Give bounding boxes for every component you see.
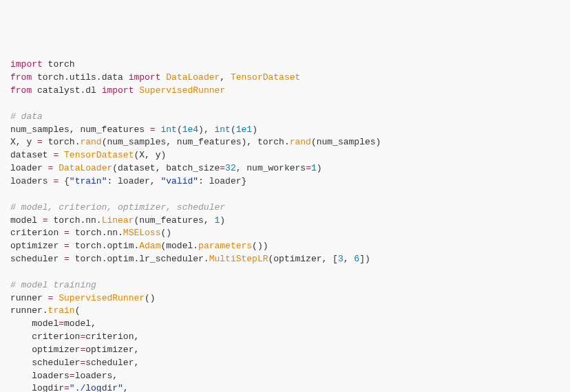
code-token: () — [145, 293, 156, 303]
code-token: = — [43, 215, 48, 226]
code-token: "./logdir" — [70, 383, 123, 392]
code-token: 1 — [311, 163, 317, 173]
code-token: train — [48, 305, 75, 316]
code-token: int — [215, 124, 231, 135]
code-token: # model, criterion, optimizer, scheduler — [10, 202, 225, 213]
code-token: # model training — [10, 280, 96, 290]
code-token: TensorDataset — [231, 72, 300, 83]
code-line: loader = DataLoader(dataset, batch_size=… — [10, 162, 560, 175]
code-line: runner = SupervisedRunner() — [10, 292, 560, 305]
code-token: SupervisedRunner — [139, 85, 225, 96]
code-line: # data — [10, 111, 560, 124]
code-line: runner.train( — [10, 305, 560, 318]
code-token: () — [160, 228, 171, 238]
code-token — [59, 150, 64, 160]
code-token: optimizer — [10, 241, 64, 251]
code-token: optimizer, — [85, 345, 139, 355]
code-token: from — [10, 72, 32, 83]
code-line: loaders = {"train": loader, "valid": loa… — [10, 175, 560, 188]
code-token: model — [10, 318, 59, 329]
code-token: 1e4 — [182, 124, 198, 135]
code-token: torch. — [43, 137, 81, 147]
code-token: criterion — [10, 331, 80, 342]
code-line: optimizer=optimizer, — [10, 344, 560, 357]
code-block: import torchfrom torch.utils.data import… — [10, 58, 560, 392]
code-token: torch.nn. — [48, 215, 102, 226]
code-token: (num_features, — [134, 215, 214, 226]
code-token: ( — [75, 305, 81, 316]
code-token: (dataset, batch_size — [112, 163, 220, 173]
code-token: TensorDataset — [64, 150, 134, 160]
code-line: from torch.utils.data import DataLoader,… — [10, 72, 560, 85]
code-token: (optimizer, [ — [268, 254, 338, 264]
code-token: from — [10, 85, 32, 96]
code-line: # model, criterion, optimizer, scheduler — [10, 202, 560, 215]
code-token: "train" — [70, 176, 107, 186]
code-token: scheduler — [10, 358, 80, 368]
code-token: (num_samples) — [311, 137, 381, 147]
code-token: 32 — [225, 163, 236, 173]
code-line: import torch — [10, 58, 560, 72]
code-token: (num_samples, num_features), torch. — [102, 137, 290, 147]
code-token: ), — [198, 124, 214, 135]
code-token: logdir — [10, 383, 64, 392]
code-token: = — [37, 137, 43, 147]
code-token: ( — [177, 124, 182, 135]
code-token: ()) — [252, 241, 268, 251]
code-token: criterion, — [85, 331, 139, 342]
code-line: logdir="./logdir", — [10, 382, 560, 392]
code-token: 1e1 — [236, 124, 252, 135]
code-line: model=model, — [10, 318, 560, 331]
code-token: loaders — [10, 371, 70, 381]
code-token: torch.nn. — [70, 228, 123, 238]
code-line — [10, 188, 560, 202]
code-token: scheduler — [10, 254, 64, 264]
code-token: = — [64, 241, 70, 251]
code-token: = — [306, 163, 311, 173]
code-token: , — [344, 254, 355, 264]
code-line: X, y = torch.rand(num_samples, num_featu… — [10, 136, 560, 149]
code-token: , — [220, 72, 231, 83]
code-token: torch.utils.data — [32, 72, 128, 83]
code-token: 3 — [338, 254, 344, 264]
code-line: criterion = torch.nn.MSELoss() — [10, 227, 560, 240]
code-token: parameters — [198, 241, 252, 251]
code-token: rand — [290, 137, 311, 147]
code-token: SupervisedRunner — [59, 293, 145, 303]
code-token: loader — [10, 163, 48, 173]
code-token: import — [10, 59, 43, 69]
code-token: MultiStepLR — [209, 254, 268, 264]
code-token: = — [70, 371, 75, 381]
code-token: , — [123, 383, 129, 392]
code-token: model — [10, 215, 43, 226]
code-token: = — [220, 163, 225, 173]
code-token: = — [64, 228, 70, 238]
code-token: { — [59, 176, 70, 186]
code-token: : loader, — [107, 176, 160, 186]
code-token: runner. — [10, 305, 48, 316]
code-token: ( — [231, 124, 236, 135]
code-token: torch.optim. — [70, 241, 139, 251]
code-token: catalyst.dl — [32, 85, 101, 96]
code-token: DataLoader — [166, 72, 220, 83]
code-token: DataLoader — [59, 163, 112, 173]
code-line: # model training — [10, 279, 560, 292]
code-token: ) — [317, 163, 322, 173]
code-token: (X, y) — [134, 150, 166, 160]
code-token: MSELoss — [123, 228, 161, 238]
code-line: scheduler=scheduler, — [10, 357, 560, 370]
code-token: Linear — [102, 215, 134, 226]
code-token: ]) — [359, 254, 370, 264]
code-token: torch — [43, 59, 75, 69]
code-token: int — [160, 124, 176, 135]
code-token: = — [64, 254, 70, 264]
code-token: = — [59, 318, 64, 329]
code-token: import — [102, 85, 134, 96]
code-line: from catalyst.dl import SupervisedRunner — [10, 85, 560, 98]
code-token: Adam — [139, 241, 160, 251]
code-token: num_samples, num_features — [10, 124, 150, 135]
code-token: = — [64, 383, 70, 392]
code-line: scheduler = torch.optim.lr_scheduler.Mul… — [10, 253, 560, 266]
code-token: model, — [64, 318, 96, 329]
code-token: criterion — [10, 228, 64, 238]
